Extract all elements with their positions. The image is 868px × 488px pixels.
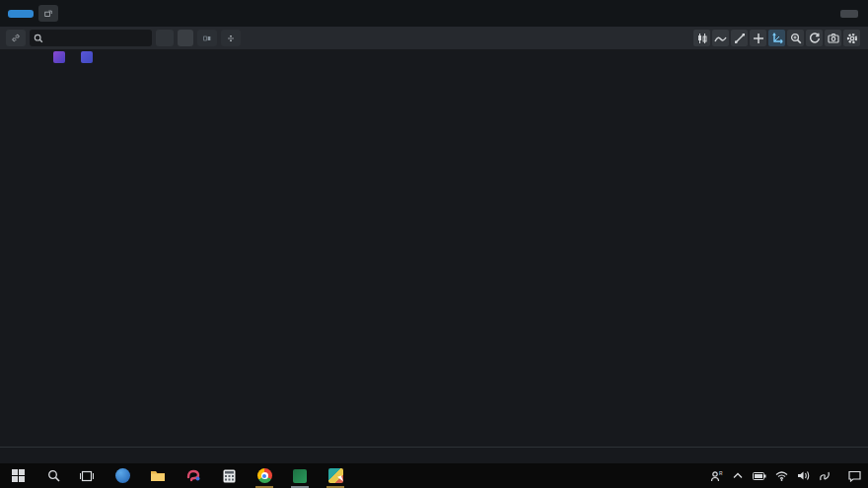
tray-expand-button[interactable] [728, 463, 748, 488]
screenshot-button[interactable] [825, 30, 841, 46]
windows-logo-icon [12, 469, 25, 482]
chart-type-area-icon [714, 33, 727, 44]
task-view-button[interactable] [75, 463, 99, 488]
refresh-icon [809, 33, 821, 44]
chart-plot[interactable] [0, 0, 868, 488]
pen-icon [819, 470, 831, 482]
search-icon [47, 469, 60, 482]
pen-workspace-button[interactable] [815, 463, 834, 488]
chart-legend [37, 51, 108, 63]
candle-style-icon [203, 34, 211, 43]
wifi-icon [775, 471, 788, 481]
chart-type-area-button[interactable] [712, 30, 729, 46]
cfd-badge-icon [53, 51, 65, 63]
popout-window-icon [44, 9, 52, 19]
r-app-icon [115, 468, 130, 483]
legend-instrument-oil[interactable] [53, 51, 69, 63]
volume-icon [797, 470, 810, 481]
volume-control[interactable] [793, 463, 813, 488]
action-center-button[interactable] [844, 463, 864, 488]
link-charts-button[interactable] [6, 30, 26, 46]
taskbar-chrome[interactable] [253, 463, 276, 488]
candle-style-button[interactable] [197, 30, 217, 46]
people-icon: R [710, 470, 723, 482]
axis-scale-button[interactable] [768, 30, 785, 46]
svg-text:R: R [719, 470, 723, 476]
taskbar-excel[interactable] [288, 463, 312, 488]
action-center-icon [848, 470, 861, 482]
crosshair-icon [753, 33, 764, 44]
indicator-pane [0, 447, 868, 463]
settings-button[interactable] [843, 30, 860, 46]
windows-taskbar: R [0, 463, 868, 488]
wifi-status[interactable] [771, 463, 791, 488]
paint3d-icon [328, 468, 343, 483]
system-tray: R [705, 463, 868, 488]
calculator-icon [223, 469, 236, 483]
zoom-in-button[interactable] [787, 30, 804, 46]
battery-icon [753, 472, 766, 480]
search-input[interactable] [46, 33, 148, 44]
battery-status[interactable] [750, 463, 769, 488]
link-icon [12, 33, 20, 43]
cfd-badge-icon [81, 51, 93, 63]
axis-scale-icon [771, 33, 783, 44]
tray-chevron-icon [733, 472, 743, 479]
title-bar [0, 0, 868, 27]
excel-icon [293, 469, 307, 483]
folder-icon [150, 469, 166, 482]
split-view-icon [227, 33, 235, 44]
taskbar-app-media[interactable] [181, 463, 205, 488]
start-button[interactable] [6, 463, 30, 488]
taskbar-search-button[interactable] [41, 463, 65, 488]
popout-button[interactable] [38, 5, 58, 22]
task-view-icon [80, 470, 94, 482]
settings-gear-icon [846, 33, 858, 44]
timeframe-button[interactable] [178, 30, 193, 46]
drawing-line-button[interactable] [731, 30, 748, 46]
split-view-button[interactable] [221, 30, 241, 46]
trading-platform-window: R [0, 0, 868, 488]
screenshot-camera-icon [828, 33, 839, 44]
chart-toolbar [0, 27, 868, 49]
add-remove-charts-button[interactable] [840, 10, 858, 18]
chart-type-candles-button[interactable] [693, 30, 710, 46]
legend-instrument-port20[interactable] [81, 51, 97, 63]
taskbar-file-explorer[interactable] [146, 463, 170, 488]
instrument-search[interactable] [30, 30, 152, 46]
drawing-line-icon [734, 33, 746, 44]
restore-button[interactable] [8, 10, 34, 18]
zoom-in-icon [790, 33, 802, 44]
taskbar-calculator[interactable] [217, 463, 241, 488]
indicator-pane-label [44, 452, 50, 461]
chrome-icon [257, 468, 272, 483]
search-icon [34, 34, 43, 43]
taskbar-paint3d[interactable] [324, 463, 347, 488]
chart-tools [691, 30, 860, 46]
chart-type-candles-icon [696, 33, 708, 44]
refresh-button[interactable] [806, 30, 823, 46]
people-button[interactable]: R [706, 463, 726, 488]
media-app-icon [186, 469, 201, 482]
taskbar-app-r[interactable] [110, 463, 134, 488]
crosshair-button[interactable] [750, 30, 766, 46]
add-instrument-button[interactable] [156, 30, 174, 46]
